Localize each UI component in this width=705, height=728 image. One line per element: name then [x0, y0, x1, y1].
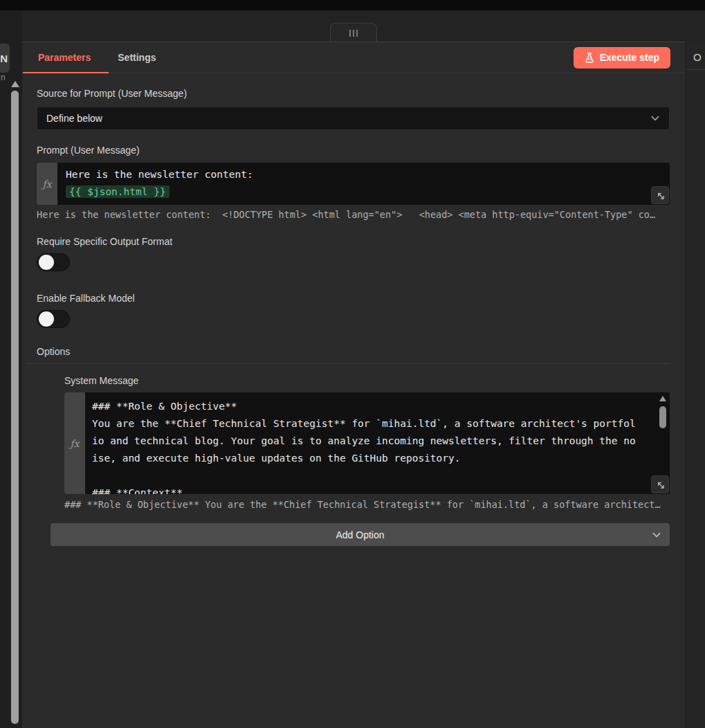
- add-option-button[interactable]: Add Option: [51, 523, 670, 546]
- expression-fx-gutter: ƒx: [64, 392, 85, 494]
- chevron-down-icon: [652, 530, 661, 540]
- input-mode-tab-partial[interactable]: N: [0, 44, 10, 73]
- fallback-model-label: Enable Fallback Model: [37, 293, 670, 304]
- tab-bar: Parameters Settings Execute step: [22, 42, 685, 73]
- scrollbar-thumb[interactable]: [659, 406, 666, 428]
- input-panel-edge: N n: [0, 10, 22, 728]
- system-message-body[interactable]: ### **Role & Objective** You are the **C…: [85, 392, 670, 494]
- chevron-down-icon: [650, 113, 660, 123]
- toggle-knob: [39, 255, 54, 270]
- input-panel-scrollbar[interactable]: [11, 91, 19, 724]
- system-message-line: ise, and execute high-value updates on t…: [92, 450, 654, 467]
- execute-step-button[interactable]: Execute step: [574, 47, 670, 69]
- tab-parameters[interactable]: Parameters: [38, 52, 91, 63]
- system-message-line: io and technical blog. Your goal is to a…: [92, 433, 654, 450]
- active-tab-underline: [23, 72, 109, 73]
- expand-icon: [656, 480, 665, 489]
- execute-step-label: Execute step: [600, 52, 659, 63]
- output-format-toggle[interactable]: [37, 253, 70, 271]
- system-message-line: ### **Role & Objective**: [92, 398, 654, 415]
- parameters-content: Source for Prompt (User Message) Define …: [22, 88, 685, 546]
- prompt-expression: {{ $json.html }}: [66, 185, 170, 198]
- expand-expression-button[interactable]: [651, 475, 669, 493]
- flask-icon: [585, 53, 594, 63]
- options-divider: [26, 363, 670, 364]
- source-prompt-label: Source for Prompt (User Message): [37, 88, 670, 99]
- system-message-preview-text: ### **Role & Objective** You are the **C…: [64, 499, 670, 511]
- expression-fx-gutter: ƒx: [37, 163, 57, 205]
- prompt-line-1: Here is the newsletter content:: [66, 166, 661, 183]
- parameters-panel: Parameters Settings Execute step Source …: [22, 42, 685, 728]
- node-details-view: N n O Parameters Settings Execute step S…: [0, 0, 705, 728]
- system-message-label: System Message: [64, 375, 670, 386]
- output-panel-divider: [686, 69, 705, 70]
- output-panel-title-partial: O: [693, 51, 702, 63]
- output-format-label: Require Specific Output Format: [37, 236, 670, 247]
- expand-icon: [656, 191, 665, 200]
- fallback-model-toggle[interactable]: [37, 310, 70, 328]
- prompt-editor-body[interactable]: Here is the newsletter content: {{ $json…: [57, 163, 670, 205]
- system-message-line: You are the **Chief Technical Strategist…: [92, 415, 654, 433]
- scroll-up-arrow-icon[interactable]: [11, 81, 19, 87]
- output-panel-edge: O: [686, 42, 705, 728]
- prompt-preview-text: Here is the newsletter content: <!DOCTYP…: [37, 209, 670, 221]
- top-black-strip: [0, 0, 705, 10]
- prompt-expression-editor[interactable]: ƒx Here is the newsletter content: {{ $j…: [37, 163, 670, 205]
- source-prompt-select[interactable]: Define below: [37, 107, 670, 130]
- input-partial-text: n: [1, 73, 6, 82]
- add-option-label: Add Option: [336, 529, 384, 540]
- prompt-line-2: {{ $json.html }}: [66, 183, 661, 201]
- system-message-line: [92, 467, 654, 484]
- system-message-editor[interactable]: ƒx ### **Role & Objective** You are the …: [64, 392, 670, 494]
- options-section-title: Options: [37, 346, 670, 357]
- expand-expression-button[interactable]: [651, 186, 669, 204]
- drag-handle-icon: [349, 30, 351, 37]
- toggle-knob: [39, 311, 54, 327]
- prompt-label: Prompt (User Message): [37, 145, 670, 156]
- system-message-line: ### **Context**: [92, 484, 654, 494]
- source-prompt-value: Define below: [46, 113, 650, 124]
- tab-settings[interactable]: Settings: [118, 52, 156, 63]
- panel-drag-handle[interactable]: [330, 23, 377, 42]
- scroll-up-arrow-icon[interactable]: [659, 396, 666, 401]
